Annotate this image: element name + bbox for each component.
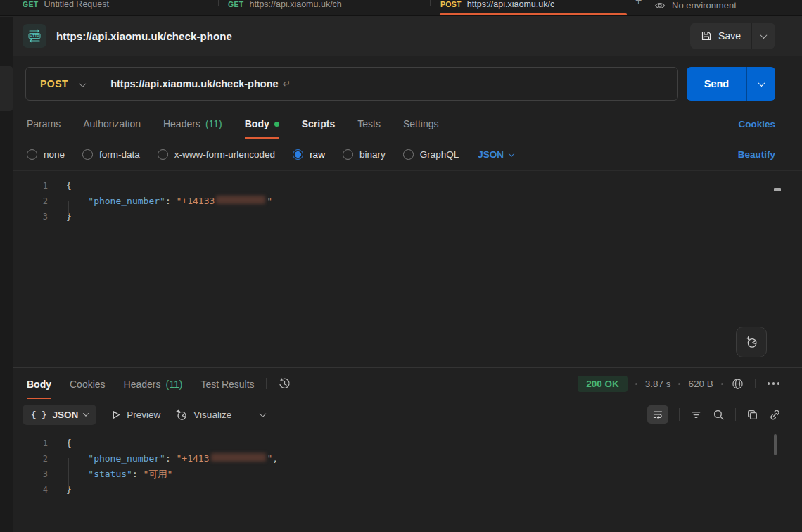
braces-icon: { }	[31, 410, 47, 420]
send-options-button[interactable]	[747, 67, 775, 101]
save-button[interactable]: Save	[690, 23, 751, 49]
response-body-editor[interactable]: 1 { 2 "phone_number": "+1413", 3 "status…	[0, 430, 802, 532]
tab-settings[interactable]: Settings	[403, 109, 439, 139]
request-tab-post-url-active[interactable]: POST https://api.xiaomu.uk/c	[431, 0, 632, 15]
code-line: 1 {	[0, 436, 802, 451]
play-icon	[110, 410, 121, 420]
dot-separator	[635, 383, 637, 385]
method-badge: GET	[228, 0, 244, 8]
save-label: Save	[718, 30, 741, 42]
workspace-tab-bar: GET Untitled Request GET https://api.xia…	[0, 0, 802, 16]
filter-icon[interactable]	[690, 409, 702, 421]
tab-headers[interactable]: Headers(11)	[163, 109, 222, 139]
tab-divider	[632, 0, 632, 6]
editor-scrollbar-thumb[interactable]	[774, 188, 781, 191]
response-tools	[647, 405, 781, 424]
save-split-button: Save	[690, 23, 775, 49]
request-tabs: Params Authorization Headers(11) Body Sc…	[0, 109, 802, 139]
response-size[interactable]: 620 B	[688, 379, 713, 389]
request-header-row: HTTP https://api.xiaomu.uk/check-phone S…	[0, 16, 802, 56]
chevron-down-icon	[509, 151, 514, 156]
tab-test-results[interactable]: Test Results	[200, 368, 254, 399]
divider	[266, 378, 267, 389]
send-button[interactable]: Send	[687, 67, 746, 101]
network-globe-icon[interactable]	[731, 377, 744, 391]
send-split-button: Send	[687, 67, 775, 101]
link-icon[interactable]	[769, 409, 781, 421]
collapsed-sidebar-rail[interactable]	[0, 17, 13, 532]
tab-divider	[218, 0, 219, 6]
radio-form-data[interactable]: form-data	[82, 149, 140, 160]
tab-body[interactable]: Body	[245, 109, 279, 139]
body-modified-dot	[274, 122, 279, 127]
response-time[interactable]: 3.87 s	[645, 379, 671, 389]
status-badge[interactable]: 200 OK	[578, 376, 628, 392]
tab-divider	[430, 0, 431, 6]
code-text: {	[48, 178, 72, 194]
request-tab-untitled[interactable]: GET Untitled Request	[13, 0, 218, 15]
sidebar-rail-handle[interactable]	[0, 66, 13, 111]
tab-params[interactable]: Params	[27, 109, 61, 139]
radio-binary[interactable]: binary	[343, 149, 386, 160]
request-tab-get-url[interactable]: GET https://api.xiaomu.uk/ch	[218, 0, 429, 15]
beautify-link[interactable]: Beautify	[738, 149, 775, 160]
tab-label: https://api.xiaomu.uk/c	[467, 0, 554, 9]
method-selector-button[interactable]	[80, 77, 85, 90]
code-line: 4 }	[0, 482, 802, 498]
code-line: 3 "status": "可用"	[0, 467, 802, 482]
tab-response-cookies[interactable]: Cookies	[70, 368, 106, 399]
save-options-button[interactable]	[752, 23, 775, 49]
word-wrap-button[interactable]	[647, 405, 668, 424]
radio-icon	[158, 149, 168, 160]
response-history-icon[interactable]	[278, 368, 291, 399]
code-line: 2 "phone_number": "+1413",	[0, 451, 802, 467]
environment-selector[interactable]: No environment	[654, 0, 737, 15]
save-icon	[701, 30, 712, 42]
cookies-link[interactable]: Cookies	[738, 109, 775, 139]
tab-divider	[794, 0, 794, 6]
radio-x-www-form-urlencoded[interactable]: x-www-form-urlencoded	[158, 149, 275, 160]
environment-label: No environment	[672, 0, 737, 11]
chevron-down-icon	[760, 32, 768, 39]
tab-response-headers[interactable]: Headers(11)	[124, 368, 183, 399]
divider	[735, 408, 736, 421]
copy-icon[interactable]	[746, 409, 758, 421]
tab-authorization[interactable]: Authorization	[83, 109, 141, 139]
tab-response-body[interactable]: Body	[27, 368, 51, 399]
radio-icon	[82, 149, 93, 160]
chevron-down-icon[interactable]	[260, 410, 267, 417]
radio-raw[interactable]: raw	[293, 149, 325, 160]
response-header-row: Body Cookies Headers(11) Test Results 20…	[0, 367, 802, 399]
new-tab-button[interactable]: +	[635, 0, 642, 7]
postbot-button[interactable]	[736, 327, 767, 357]
preview-button[interactable]: Preview	[110, 410, 160, 420]
return-glyph: ↵	[283, 78, 291, 89]
tab-scripts[interactable]: Scripts	[302, 109, 335, 139]
radio-icon	[343, 149, 353, 160]
code-text: "status": "可用"	[48, 467, 172, 482]
visualize-button[interactable]: Visualize	[174, 408, 231, 422]
editor-scrollbar-track[interactable]	[772, 171, 782, 367]
request-title: https://api.xiaomu.uk/check-phone	[56, 30, 232, 42]
request-body-editor[interactable]: 1 { 2 "phone_number": "+14133" 3 }	[0, 171, 802, 367]
method-selector[interactable]: POST	[26, 78, 80, 89]
radio-none[interactable]: none	[27, 149, 65, 160]
radio-selected-icon	[293, 149, 303, 160]
url-input[interactable]: https://api.xiaomu.uk/check-phone↵	[98, 78, 291, 89]
response-scrollbar-thumb[interactable]	[774, 434, 777, 455]
code-line: 1 {	[0, 178, 802, 194]
response-tabs: Body Cookies Headers(11) Test Results	[27, 368, 255, 399]
http-request-icon: HTTP	[23, 24, 46, 48]
response-toolbar: { } JSON Preview Visualize	[0, 399, 802, 430]
tab-tests[interactable]: Tests	[357, 109, 381, 139]
indent-guide	[68, 458, 69, 489]
url-builder: POST https://api.xiaomu.uk/check-phone↵	[25, 67, 678, 101]
more-options-icon[interactable]	[766, 382, 781, 385]
search-icon[interactable]	[713, 409, 725, 421]
radio-graphql[interactable]: GraphQL	[403, 149, 459, 160]
active-tab-underline	[440, 13, 627, 15]
tab-label: Untitled Request	[44, 0, 109, 9]
response-format-dropdown[interactable]: { } JSON	[23, 405, 96, 425]
environment-eye-icon	[654, 0, 666, 11]
language-dropdown[interactable]: JSON	[478, 149, 514, 160]
